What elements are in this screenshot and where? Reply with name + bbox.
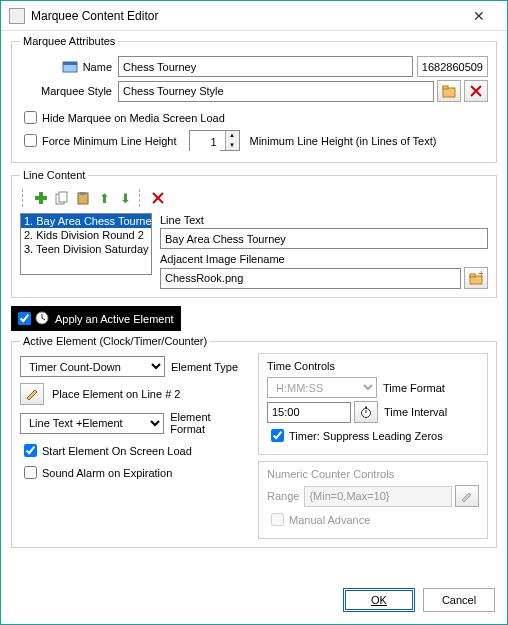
delete-line-button[interactable]	[149, 189, 167, 207]
marquee-attributes-group: Marquee Attributes Name 1682860509 Marqu…	[11, 35, 497, 163]
svg-text:+: +	[478, 271, 483, 279]
list-item[interactable]: 3. Teen Division Saturday	[21, 242, 151, 256]
time-controls-legend: Time Controls	[267, 360, 479, 372]
svg-rect-21	[365, 407, 367, 409]
dialog-buttons: OK Cancel	[1, 578, 507, 624]
svg-rect-9	[59, 192, 67, 202]
spin-down-icon[interactable]: ▼	[226, 141, 239, 151]
active-element-legend: Active Element (Clock/Timer/Counter)	[20, 335, 210, 347]
adj-browse-button[interactable]: +	[464, 267, 488, 289]
hide-checkbox[interactable]	[24, 111, 37, 124]
start-onload-checkbox[interactable]	[24, 444, 37, 457]
range-edit-button	[455, 485, 479, 507]
min-line-spinner[interactable]: ▲▼	[189, 130, 240, 151]
paste-button[interactable]	[74, 189, 92, 207]
range-label: Range	[267, 490, 299, 502]
copy-button[interactable]	[53, 189, 71, 207]
style-delete-button[interactable]	[464, 80, 488, 102]
time-controls-group: Time Controls H:MM:SS Time Format Time I…	[258, 353, 488, 455]
cancel-button[interactable]: Cancel	[423, 588, 495, 612]
name-icon	[62, 59, 78, 75]
ok-button[interactable]: OK	[343, 588, 415, 612]
force-min-checkbox[interactable]	[24, 134, 37, 147]
numeric-controls-group: Numeric Counter Controls Range {Min=0,Ma…	[258, 461, 488, 539]
element-format-select[interactable]: Line Text +Element	[20, 413, 164, 434]
list-item[interactable]: 1. Bay Area Chess Tourney	[21, 214, 151, 228]
line-listbox[interactable]: 1. Bay Area Chess Tourney 2. Kids Divisi…	[20, 213, 152, 275]
app-icon	[9, 8, 25, 24]
line-text-label: Line Text	[160, 214, 488, 226]
apply-active-label: Apply an Active Element	[55, 313, 174, 325]
suppress-zeros-checkbox[interactable]	[271, 429, 284, 442]
svg-rect-7	[35, 196, 47, 200]
place-element-button[interactable]	[20, 383, 44, 405]
move-up-button[interactable]: ⬆	[95, 189, 113, 207]
style-browse-button[interactable]	[437, 80, 461, 102]
style-label: Marquee Style	[20, 85, 118, 97]
force-min-label: Force Minimum Line Height	[42, 135, 177, 147]
alarm-checkbox[interactable]	[24, 466, 37, 479]
svg-rect-15	[470, 274, 475, 277]
apply-active-bar: Apply an Active Element	[11, 306, 181, 331]
min-line-value[interactable]	[190, 131, 220, 152]
line-content-group: Line Content ⬆ ⬇ 1. Bay Area Chess Tourn…	[11, 169, 497, 298]
numeric-legend: Numeric Counter Controls	[267, 468, 479, 480]
time-interval-input[interactable]	[267, 402, 351, 423]
min-line-label: Minimum Line Height (in Lines of Text)	[250, 135, 437, 147]
time-interval-label: Time Interval	[384, 406, 447, 418]
manual-advance-label: Manual Advance	[289, 514, 370, 526]
line-text-input[interactable]	[160, 228, 488, 249]
start-onload-label: Start Element On Screen Load	[42, 445, 192, 457]
apply-active-checkbox[interactable]	[18, 312, 31, 325]
line-toolbar: ⬆ ⬇	[20, 187, 488, 213]
element-type-label: Element Type	[171, 361, 238, 373]
suppress-zeros-label: Timer: Suppress Leading Zeros	[289, 430, 443, 442]
svg-rect-3	[443, 86, 448, 89]
line-content-legend: Line Content	[20, 169, 88, 181]
stopwatch-button[interactable]	[354, 401, 378, 423]
id-display: 1682860509	[417, 56, 488, 77]
range-display: {Min=0,Max=10}	[304, 486, 452, 507]
name-label: Name	[83, 61, 112, 73]
element-format-label: Element Format	[170, 411, 248, 435]
titlebar: Marquee Content Editor ✕	[1, 1, 507, 31]
clock-icon	[35, 311, 51, 327]
svg-rect-1	[63, 62, 77, 65]
svg-rect-11	[80, 192, 86, 195]
marquee-attributes-legend: Marquee Attributes	[20, 35, 118, 47]
place-element-label: Place Element on Line # 2	[52, 388, 180, 400]
time-format-select[interactable]: H:MM:SS	[267, 377, 377, 398]
move-down-button[interactable]: ⬇	[116, 189, 134, 207]
style-input[interactable]	[118, 81, 434, 102]
close-button[interactable]: ✕	[459, 4, 499, 28]
adj-image-input[interactable]	[160, 268, 461, 289]
name-input[interactable]	[118, 56, 413, 77]
add-button[interactable]	[32, 189, 50, 207]
hide-label: Hide Marquee on Media Screen Load	[42, 112, 225, 124]
alarm-label: Sound Alarm on Expiration	[42, 467, 172, 479]
active-element-group: Active Element (Clock/Timer/Counter) Tim…	[11, 335, 497, 548]
dialog-window: Marquee Content Editor ✕ Marquee Attribu…	[0, 0, 508, 625]
time-format-label: Time Format	[383, 382, 445, 394]
window-title: Marquee Content Editor	[31, 9, 459, 23]
adj-image-label: Adjacent Image Filename	[160, 253, 488, 265]
element-type-select[interactable]: Timer Count-Down	[20, 356, 165, 377]
manual-advance-checkbox	[271, 513, 284, 526]
list-item[interactable]: 2. Kids Division Round 2	[21, 228, 151, 242]
spin-up-icon[interactable]: ▲	[226, 131, 239, 141]
